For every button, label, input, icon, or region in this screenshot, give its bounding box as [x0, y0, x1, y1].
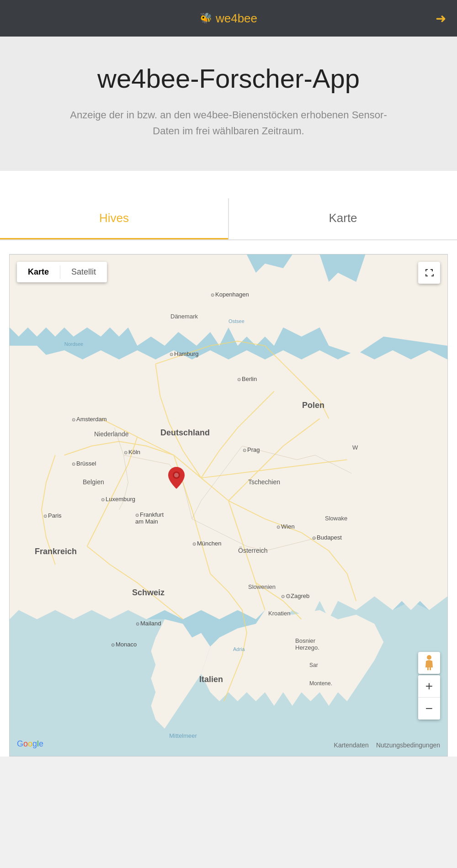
map-type-satellit-btn[interactable]: Satellit [60, 262, 107, 282]
hero-section: we4bee-Forscher-App Anzeige der in bzw. … [0, 37, 457, 171]
google-logo: Google [17, 739, 43, 749]
svg-rect-8 [427, 667, 429, 670]
map-svg: Nordsee Ostsee Mittelmeer Adria [10, 254, 447, 756]
map-footer-links: Kartendaten Nutzungsbedingungen [334, 741, 440, 749]
tab-hives[interactable]: Hives [0, 198, 228, 239]
brand-logo: 🐝 we4bee [200, 11, 257, 26]
map-type-controls: Karte Satellit [17, 262, 107, 282]
hero-subtitle: Anzeige der in bzw. an den we4bee-Bienen… [69, 107, 388, 139]
svg-text:Adria: Adria [233, 647, 245, 652]
map-zoom-in-btn[interactable]: + [418, 675, 440, 697]
tab-karte[interactable]: Karte [228, 198, 457, 239]
login-icon[interactable]: ➜ [436, 11, 446, 26]
svg-text:Nordsee: Nordsee [64, 341, 83, 347]
map-container[interactable]: Nordsee Ostsee Mittelmeer Adria Deutschl… [9, 254, 448, 757]
svg-text:Ostsee: Ostsee [228, 318, 244, 324]
kartendaten-link[interactable]: Kartendaten [334, 741, 369, 749]
svg-rect-9 [430, 667, 431, 670]
divider [0, 171, 457, 198]
map-zoom-out-btn[interactable]: − [418, 698, 440, 720]
tabs-nav: Hives Karte [0, 198, 457, 240]
page-title: we4bee-Forscher-App [18, 64, 439, 93]
bee-icon: 🐝 [200, 12, 212, 24]
map-section: Nordsee Ostsee Mittelmeer Adria Deutschl… [0, 240, 457, 757]
map-zoom-controls: + − [418, 675, 440, 720]
map-streetview-btn[interactable] [418, 652, 440, 674]
map-fullscreen-btn[interactable] [418, 262, 440, 284]
app-header: 🐝 we4bee ➜ [0, 0, 457, 37]
svg-point-7 [427, 655, 431, 660]
nutzungsbedingungen-link[interactable]: Nutzungsbedingungen [376, 741, 440, 749]
svg-point-6 [174, 473, 179, 477]
svg-text:Mittelmeer: Mittelmeer [169, 732, 197, 739]
map-type-karte-btn[interactable]: Karte [17, 262, 60, 282]
brand-name: we4bee [216, 11, 257, 26]
map-pin[interactable] [168, 467, 185, 491]
